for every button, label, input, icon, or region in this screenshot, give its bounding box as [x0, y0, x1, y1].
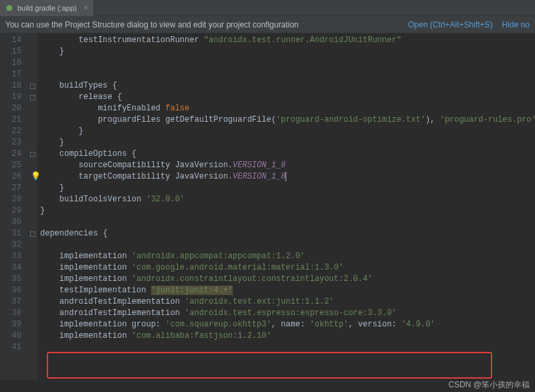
- fold-cell: [28, 239, 37, 251]
- line-number: 17: [0, 69, 21, 80]
- fold-cell: -: [28, 80, 37, 92]
- code-line[interactable]: dependencies {: [40, 228, 535, 239]
- code-line[interactable]: release {: [40, 92, 535, 103]
- fold-cell: [28, 35, 37, 46]
- line-number: 18: [0, 80, 21, 92]
- fold-cell: [28, 319, 37, 330]
- fold-cell: [28, 274, 37, 285]
- line-number: 31: [0, 228, 21, 239]
- code-line[interactable]: }: [40, 126, 535, 137]
- fold-cell: [28, 296, 37, 308]
- line-number: 39: [0, 319, 21, 330]
- line-number: 14: [0, 35, 21, 46]
- svg-point-0: [7, 5, 13, 11]
- code-line[interactable]: proguardFiles getDefaultProguardFile('pr…: [40, 114, 535, 126]
- line-number: 16: [0, 58, 21, 69]
- line-number: 29: [0, 205, 21, 217]
- line-number: 28: [0, 194, 21, 205]
- fold-cell: [28, 160, 37, 171]
- code-line[interactable]: }: [40, 183, 535, 194]
- fold-cell: [28, 262, 37, 274]
- open-structure-link[interactable]: Open (Ctrl+Alt+Shift+S): [408, 20, 492, 29]
- fold-cell: -: [28, 149, 37, 160]
- code-line[interactable]: implementation 'androidx.appcompat:appco…: [40, 251, 535, 262]
- fold-toggle-icon[interactable]: -: [30, 231, 35, 237]
- line-number: 20: [0, 103, 21, 114]
- watermark-text: CSDN @笨小孩的幸福: [448, 379, 530, 391]
- code-line[interactable]: }: [40, 205, 535, 217]
- file-tab[interactable]: build.gradle (:app) ×: [0, 0, 94, 16]
- code-line[interactable]: compileOptions {: [40, 149, 535, 160]
- tab-label: build.gradle (:app): [17, 4, 77, 12]
- line-number: 30: [0, 217, 21, 228]
- close-icon[interactable]: ×: [84, 3, 88, 13]
- line-number: 23: [0, 137, 21, 149]
- hide-notification-link[interactable]: Hide no: [502, 20, 530, 29]
- line-number: 26: [0, 171, 21, 183]
- code-line[interactable]: testInstrumentationRunner "androidx.test…: [40, 35, 535, 46]
- code-line[interactable]: minifyEnabled false: [40, 103, 535, 114]
- notification-actions: Open (Ctrl+Alt+Shift+S) Hide no: [408, 20, 530, 29]
- fold-toggle-icon[interactable]: -: [30, 84, 35, 89]
- intention-bulb-icon[interactable]: 💡: [31, 171, 41, 181]
- code-line[interactable]: [40, 217, 535, 228]
- fold-cell: -: [28, 92, 37, 103]
- fold-cell: [28, 342, 37, 353]
- fold-toggle-icon[interactable]: -: [30, 95, 35, 100]
- code-line[interactable]: implementation 'com.google.android.mater…: [40, 262, 535, 274]
- code-line[interactable]: }: [40, 137, 535, 149]
- code-line[interactable]: implementation group: 'com.squareup.okht…: [40, 319, 535, 330]
- code-line[interactable]: [40, 239, 535, 251]
- fold-cell: [28, 205, 37, 217]
- line-number: 32: [0, 239, 21, 251]
- fold-cell: [28, 69, 37, 80]
- fold-cell: [28, 251, 37, 262]
- code-line[interactable]: [40, 342, 535, 353]
- fold-cell: [28, 183, 37, 194]
- code-line[interactable]: }: [40, 46, 535, 58]
- fold-cell: [28, 126, 37, 137]
- code-line[interactable]: implementation 'androidx.constraintlayou…: [40, 274, 535, 285]
- code-line[interactable]: androidTestImplementation 'androidx.test…: [40, 296, 535, 308]
- fold-cell: [28, 285, 37, 296]
- code-line[interactable]: [40, 58, 535, 69]
- code-line[interactable]: sourceCompatibility JavaVersion.VERSION_…: [40, 160, 535, 171]
- line-number: 24: [0, 149, 21, 160]
- code-line[interactable]: [40, 69, 535, 80]
- fold-cell: [28, 58, 37, 69]
- code-line[interactable]: implementation 'com.alibaba:fastjson:1.2…: [40, 330, 535, 342]
- code-line[interactable]: buildTypes {: [40, 80, 535, 92]
- line-number: 35: [0, 274, 21, 285]
- line-number: 34: [0, 262, 21, 274]
- code-editor[interactable]: 1415161718192021222324252627282930313233…: [0, 33, 535, 380]
- code-area[interactable]: testInstrumentationRunner "androidx.test…: [37, 33, 535, 380]
- notification-bar: You can use the Project Structure dialog…: [0, 16, 535, 33]
- fold-toggle-icon[interactable]: -: [30, 152, 35, 157]
- fold-cell: [28, 137, 37, 149]
- line-number: 37: [0, 296, 21, 308]
- line-number: 25: [0, 160, 21, 171]
- line-number: 36: [0, 285, 21, 296]
- line-number: 21: [0, 114, 21, 126]
- code-line[interactable]: buildToolsVersion '32.0.0': [40, 194, 535, 205]
- fold-cell: [28, 114, 37, 126]
- notification-message: You can use the Project Structure dialog…: [5, 20, 299, 29]
- line-gutter: 1415161718192021222324252627282930313233…: [0, 33, 28, 380]
- line-number: 33: [0, 251, 21, 262]
- line-number: 38: [0, 308, 21, 319]
- line-number: 40: [0, 330, 21, 342]
- line-number: 15: [0, 46, 21, 58]
- fold-cell: [28, 217, 37, 228]
- fold-cell: [28, 308, 37, 319]
- fold-cell: -: [28, 228, 37, 239]
- line-number: 27: [0, 183, 21, 194]
- line-number: 22: [0, 126, 21, 137]
- code-line[interactable]: androidTestImplementation 'androidx.test…: [40, 308, 535, 319]
- line-number: 19: [0, 92, 21, 103]
- gradle-icon: [5, 4, 13, 12]
- line-number: 41: [0, 342, 21, 353]
- code-line[interactable]: targetCompatibility JavaVersion.VERSION_…: [40, 171, 535, 183]
- fold-cell: [28, 103, 37, 114]
- fold-cell: [28, 46, 37, 58]
- code-line[interactable]: testImplementation 'junit:junit:4.+': [40, 285, 535, 296]
